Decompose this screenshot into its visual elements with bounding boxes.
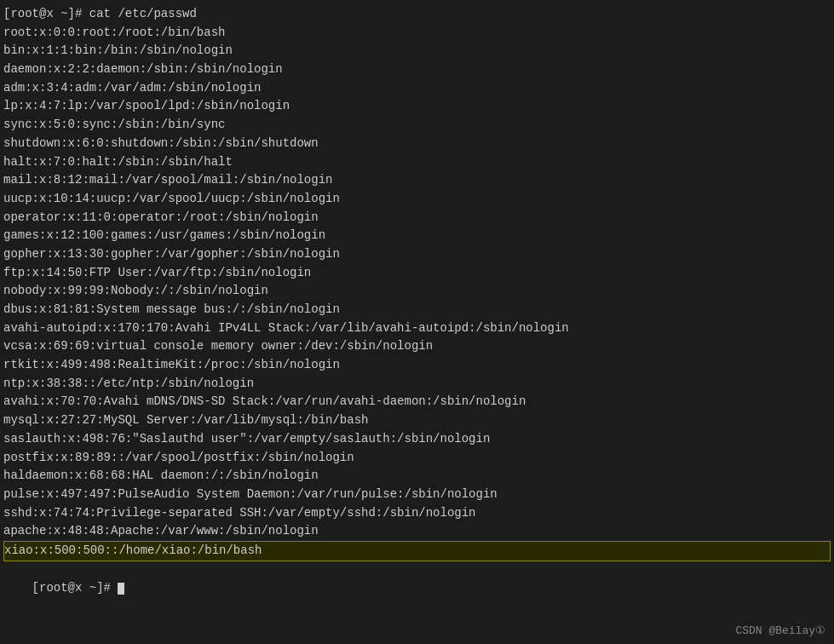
terminal-output-line: rtkit:x:499:498:RealtimeKit:/proc:/sbin/… — [3, 356, 831, 375]
final-prompt-line: [root@x ~]# — [3, 561, 831, 617]
terminal-output-line: mail:x:8:12:mail:/var/spool/mail:/sbin/n… — [3, 171, 831, 190]
terminal-output-line: gopher:x:13:30:gopher:/var/gopher:/sbin/… — [3, 245, 831, 264]
terminal-output-line: ftp:x:14:50:FTP User:/var/ftp:/sbin/nolo… — [3, 264, 831, 283]
terminal-output-line: pulse:x:497:497:PulseAudio System Daemon… — [3, 486, 831, 504]
terminal-output-line: avahi:x:70:70:Avahi mDNS/DNS-SD Stack:/v… — [3, 393, 831, 411]
terminal-output-line: games:x:12:100:games:/usr/games:/sbin/no… — [3, 227, 831, 245]
terminal-output: root:x:0:0:root:/root:/bin/bashbin:x:1:1… — [3, 24, 831, 541]
terminal-output-line: haldaemon:x:68:68:HAL daemon:/:/sbin/nol… — [3, 467, 831, 486]
terminal-output-line: sync:x:5:0:sync:/sbin:/bin/sync — [3, 116, 831, 135]
initial-prompt-line: [root@x ~]# cat /etc/passwd — [3, 5, 831, 24]
prompt-text: [root@x ~]# — [32, 581, 118, 595]
highlighted-line: xiao:x:500:500::/home/xiao:/bin/bash — [3, 541, 831, 561]
terminal-window: [root@x ~]# cat /etc/passwd root:x:0:0:r… — [0, 0, 834, 644]
terminal-output-line: dbus:x:81:81:System message bus:/:/sbin/… — [3, 301, 831, 319]
terminal-output-line: vcsa:x:69:69:virtual console memory owne… — [3, 337, 831, 356]
terminal-output-line: saslauth:x:498:76:"Saslauthd user":/var/… — [3, 430, 831, 449]
terminal-output-line: postfix:x:89:89::/var/spool/postfix:/sbi… — [3, 449, 831, 468]
terminal-output-line: apache:x:48:48:Apache:/var/www:/sbin/nol… — [3, 522, 831, 541]
terminal-output-line: adm:x:3:4:adm:/var/adm:/sbin/nologin — [3, 79, 831, 98]
terminal-output-line: uucp:x:10:14:uucp:/var/spool/uucp:/sbin/… — [3, 190, 831, 209]
terminal-output-line: root:x:0:0:root:/root:/bin/bash — [3, 24, 831, 43]
watermark: CSDN @Beilay① — [735, 624, 825, 637]
terminal-output-line: sshd:x:74:74:Privilege-separated SSH:/va… — [3, 504, 831, 523]
terminal-output-line: bin:x:1:1:bin:/bin:/sbin/nologin — [3, 42, 831, 60]
terminal-output-line: halt:x:7:0:halt:/sbin:/sbin/halt — [3, 153, 831, 172]
cursor — [118, 583, 124, 595]
terminal-output-line: operator:x:11:0:operator:/root:/sbin/nol… — [3, 209, 831, 227]
terminal-output-line: shutdown:x:6:0:shutdown:/sbin:/sbin/shut… — [3, 135, 831, 153]
terminal-output-line: mysql:x:27:27:MySQL Server:/var/lib/mysq… — [3, 411, 831, 430]
terminal-output-line: nobody:x:99:99:Nobody:/:/sbin/nologin — [3, 282, 831, 301]
terminal-output-line: ntp:x:38:38::/etc/ntp:/sbin/nologin — [3, 375, 831, 394]
terminal-output-line: lp:x:4:7:lp:/var/spool/lpd:/sbin/nologin — [3, 97, 831, 116]
terminal-output-line: avahi-autoipd:x:170:170:Avahi IPv4LL Sta… — [3, 319, 831, 338]
terminal-output-line: daemon:x:2:2:daemon:/sbin:/sbin/nologin — [3, 60, 831, 79]
